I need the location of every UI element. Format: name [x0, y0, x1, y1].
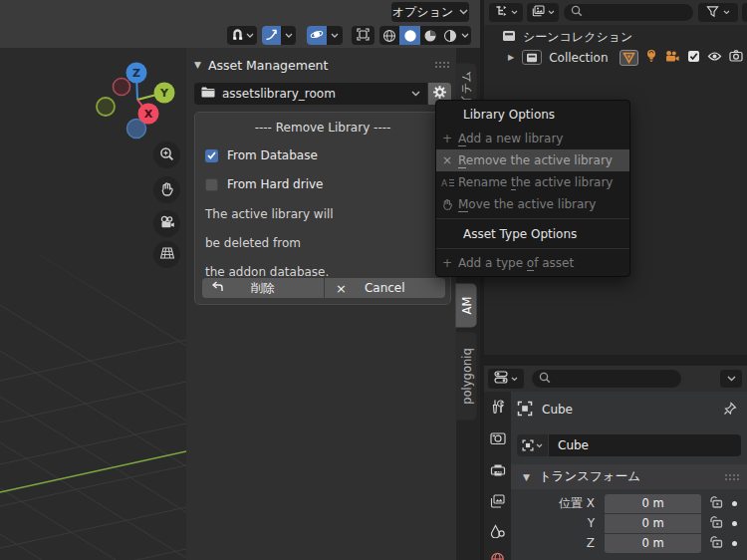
- disclosure-triangle-icon[interactable]: ▶: [508, 53, 514, 62]
- perspective-toggle-button[interactable]: [153, 241, 180, 268]
- snap-group[interactable]: [227, 26, 257, 45]
- zoom-button[interactable]: [153, 141, 180, 168]
- menu-item-rename-library[interactable]: A Rename the active library: [436, 171, 629, 193]
- pin-icon[interactable]: [723, 402, 737, 419]
- asset-management-header[interactable]: ▼ Asset Management: [194, 55, 451, 75]
- animate-dot-icon[interactable]: [732, 521, 737, 526]
- indirect-camera-icon[interactable]: [664, 50, 680, 66]
- proportional-edit-toggle[interactable]: [262, 26, 281, 45]
- panel-grip[interactable]: [725, 474, 739, 480]
- options-dropdown[interactable]: オプション: [391, 2, 469, 22]
- library-row: assetslibrary_room: [194, 83, 451, 105]
- pan-button[interactable]: [153, 176, 180, 203]
- menu-item-remove-library[interactable]: × Remove the active library: [436, 149, 629, 171]
- properties-search-field[interactable]: [557, 372, 674, 386]
- outliner-editor-type-button[interactable]: [489, 3, 523, 22]
- tab-tool[interactable]: [484, 392, 511, 423]
- location-z-field[interactable]: 0 m: [605, 534, 701, 553]
- properties-options-button[interactable]: [720, 370, 742, 388]
- axis-x-label: X: [144, 108, 153, 121]
- tab-output[interactable]: [484, 456, 511, 487]
- from-harddrive-label: From Hard drive: [227, 177, 323, 191]
- delete-button[interactable]: 削除: [202, 278, 324, 298]
- panel-grip[interactable]: [435, 62, 449, 68]
- chevron-down-icon: [459, 9, 468, 15]
- location-z-row: Z 0 m: [511, 533, 747, 553]
- proportional-edit-group: [262, 26, 296, 45]
- exclude-triangle-icon[interactable]: [620, 50, 638, 66]
- from-database-row[interactable]: From Database: [205, 148, 450, 162]
- shading-rendered-button[interactable]: [440, 29, 459, 43]
- menu-separator: [436, 218, 629, 219]
- from-harddrive-row[interactable]: From Hard drive: [205, 177, 450, 191]
- tab-am[interactable]: AM: [456, 284, 477, 328]
- breadcrumb: Cube: [517, 399, 741, 420]
- tab-world[interactable]: [484, 547, 511, 560]
- navigation-gizmo[interactable]: Z Y X: [95, 55, 186, 144]
- tab-polygoniq[interactable]: polygoniq: [456, 333, 477, 420]
- collection-row[interactable]: ▶ Collection: [484, 47, 747, 68]
- holdout-bulb-icon[interactable]: [645, 49, 657, 66]
- object-name-row: Cube: [517, 434, 741, 456]
- editor-splitter[interactable]: [484, 355, 747, 366]
- selectable-checkbox-icon[interactable]: [687, 50, 700, 66]
- falloff-dropdown[interactable]: [281, 33, 296, 39]
- shading-solid-button[interactable]: [399, 26, 420, 45]
- options-label: オプション: [392, 4, 453, 21]
- lock-open-icon[interactable]: [709, 535, 724, 551]
- dialog-buttons: 削除 × Cancel: [202, 278, 445, 298]
- tab-scene[interactable]: [484, 517, 511, 547]
- checkbox-checked-icon[interactable]: [205, 149, 218, 162]
- tab-render[interactable]: [484, 423, 511, 456]
- render-properties-icon: [490, 431, 506, 448]
- show-gizmo-toggle[interactable]: [352, 26, 374, 45]
- movie-camera-icon: [159, 215, 175, 232]
- location-y-field[interactable]: 0 m: [605, 514, 701, 533]
- scene-collection-row[interactable]: シーンコレクション: [502, 27, 741, 47]
- shading-dropdown[interactable]: [459, 33, 471, 39]
- chevron-down-icon: [548, 10, 555, 15]
- hide-eye-icon[interactable]: [707, 51, 722, 65]
- outliner-search-input[interactable]: [564, 4, 693, 21]
- outliner-filter-button[interactable]: [698, 3, 738, 22]
- search-icon: [571, 5, 583, 20]
- properties-search-input[interactable]: [532, 370, 681, 388]
- shading-material-button[interactable]: [420, 29, 440, 43]
- clipped-header-button[interactable]: [742, 3, 747, 22]
- viewport-3d[interactable]: Z Y X: [0, 48, 186, 560]
- lock-open-icon[interactable]: [709, 515, 724, 531]
- axis-minus-y-ball: [97, 98, 115, 116]
- library-dropdown[interactable]: assetslibrary_room: [194, 83, 427, 105]
- properties-editor-type-button[interactable]: [488, 369, 524, 389]
- render-camera-icon[interactable]: [729, 50, 743, 65]
- location-x-row: 位置 X 0 m: [511, 493, 747, 513]
- tab-view-layer[interactable]: [484, 487, 511, 517]
- camera-view-button[interactable]: [153, 210, 180, 237]
- menu-item-move-library[interactable]: Move the active library: [436, 193, 629, 215]
- folder-icon: [201, 87, 215, 101]
- outliner-display-mode-button[interactable]: [527, 3, 559, 22]
- object-name-input[interactable]: Cube: [549, 434, 741, 456]
- location-x-field[interactable]: 0 m: [605, 494, 701, 513]
- cancel-button[interactable]: × Cancel: [325, 278, 446, 298]
- outliner-search-field[interactable]: [589, 6, 686, 20]
- pivot-toggle[interactable]: [307, 26, 327, 45]
- animate-dot-icon[interactable]: [732, 541, 737, 546]
- menu-item-add-asset-type[interactable]: + Add a type of asset: [436, 252, 629, 274]
- collapse-triangle-icon: ▼: [194, 60, 201, 70]
- checkbox-unchecked-icon[interactable]: [205, 178, 218, 191]
- x-icon: ×: [436, 153, 458, 167]
- transform-panel-header[interactable]: ▼ トランスフォーム: [511, 464, 747, 489]
- dialog-title: ---- Remove Library ----: [195, 121, 450, 135]
- menu-item-add-library[interactable]: + Add a new library: [436, 128, 629, 149]
- animate-dot-icon[interactable]: [732, 501, 737, 506]
- id-type-button[interactable]: [517, 434, 548, 456]
- shading-wireframe-button[interactable]: [379, 29, 399, 43]
- lock-open-icon[interactable]: [709, 495, 724, 511]
- gizmo-icon: [357, 28, 370, 44]
- scenes-stack-icon: [532, 5, 545, 20]
- transform-rows: 位置 X 0 m Y 0 m Z 0 m: [511, 493, 747, 555]
- pivot-dropdown[interactable]: [327, 33, 343, 39]
- menu-header-library-options: Library Options: [436, 101, 629, 128]
- right-editors: シーンコレクション ▶ Collection: [484, 0, 747, 560]
